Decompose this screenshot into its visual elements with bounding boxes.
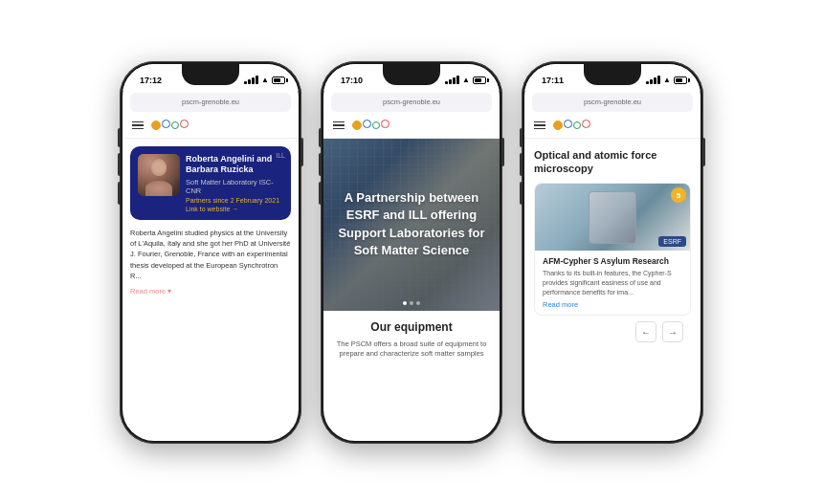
phone-1-vol-up-btn [118, 153, 121, 176]
phone-1-nav [122, 114, 299, 139]
phone-1-notch [182, 64, 239, 85]
profile-link[interactable]: Link to website → [186, 206, 283, 212]
chevron-down-icon: ▾ [167, 287, 171, 296]
hero-section: A Partnership between ESRF and ILL offer… [323, 139, 500, 311]
wifi-icon: ▲ [261, 76, 269, 84]
dot-1[interactable] [403, 301, 407, 305]
hamburger-menu-icon[interactable] [333, 121, 345, 130]
signal-icon [244, 76, 258, 84]
equipment-description: The PSCM offers a broad suite of equipme… [333, 340, 490, 360]
pscm-logo [352, 121, 389, 130]
read-more-link[interactable]: Read more [543, 300, 682, 309]
phone-1-content: Roberta Angelini and Barbara Ruzicka Sof… [122, 139, 299, 441]
phone-1-power-btn [300, 138, 303, 166]
carousel-dots [403, 301, 420, 305]
phone-2-content: A Partnership between ESRF and ILL offer… [323, 139, 500, 441]
hero-text: A Partnership between ESRF and ILL offer… [335, 189, 488, 259]
phone-1-silent-btn [118, 128, 121, 147]
equipment-thumbnail [589, 191, 636, 244]
phone-2-silent-btn [319, 128, 322, 147]
bio-text: Roberta Angelini studied physics at the … [130, 228, 291, 281]
phone-3-status-icons: ▲ [646, 76, 687, 84]
ill-badge: ILL [276, 152, 285, 159]
phone-3-time: 17:11 [542, 76, 564, 85]
battery-icon [473, 77, 486, 84]
pscm-logo [151, 121, 189, 130]
hamburger-menu-icon[interactable] [132, 121, 144, 130]
phone-3-power-btn [702, 138, 705, 166]
profile-card: Roberta Angelini and Barbara Ruzicka Sof… [130, 146, 291, 220]
phone-1-status-icons: ▲ [244, 76, 285, 84]
phone-2-vol-up-btn [319, 153, 322, 176]
equipment-card: 5 ESRF AFM-Cypher S Asylum Research Than… [534, 183, 691, 316]
dot-2[interactable] [410, 301, 413, 305]
phone-3-nav [524, 114, 701, 139]
phone-2-notch [383, 64, 440, 85]
equipment-section: Our equipment The PSCM offers a broad su… [323, 311, 500, 365]
phone-3-content: Optical and atomic force microscopy 5 ES… [524, 139, 701, 441]
esrf-badge: ESRF [658, 236, 686, 247]
phone-2-vol-down-btn [319, 182, 322, 205]
profile-info: Roberta Angelini and Barbara Ruzicka Sof… [186, 154, 283, 212]
phone-1: 17:12 ▲ pscm-grenoble.eu [120, 61, 301, 444]
phone-3-silent-btn [520, 128, 523, 147]
battery-icon [674, 77, 687, 84]
equipment-title: Our equipment [333, 320, 490, 334]
phone-3-vol-up-btn [520, 153, 523, 176]
prev-arrow-button[interactable]: ← [635, 321, 656, 342]
phone-2-status-icons: ▲ [445, 76, 486, 84]
phone-3-vol-down-btn [520, 182, 523, 205]
dot-3[interactable] [416, 301, 420, 305]
phone-3: 17:11 ▲ pscm-grenoble.eu [522, 61, 703, 444]
read-more-button[interactable]: Read more ▾ [130, 287, 291, 296]
equipment-description: Thanks to its built-in features, the Cyp… [543, 269, 682, 296]
phone-2-url: pscm-grenoble.eu [383, 98, 440, 106]
navigation-arrows: ← → [534, 321, 691, 346]
phone-1-url-bar[interactable]: pscm-grenoble.eu [130, 93, 291, 112]
phone-3-url: pscm-grenoble.eu [584, 98, 641, 106]
profile-avatar [138, 154, 180, 196]
battery-icon [272, 77, 285, 84]
wifi-icon: ▲ [663, 76, 671, 84]
equipment-name: AFM-Cypher S Asylum Research [543, 256, 682, 266]
phone-3-notch [584, 64, 641, 85]
phone-2-nav [323, 114, 500, 139]
profile-partners: Partners since 2 February 2021 [186, 197, 283, 204]
phone-1-vol-down-btn [118, 182, 121, 205]
equipment-image: 5 ESRF [535, 184, 690, 251]
hamburger-menu-icon[interactable] [534, 121, 545, 130]
profile-name: Roberta Angelini and Barbara Ruzicka [186, 154, 283, 176]
profile-lab: Soft Matter Laboratory ISC-CNR [186, 178, 283, 195]
phone-1-time: 17:12 [140, 76, 162, 85]
phone-2-power-btn [501, 138, 504, 166]
signal-icon [646, 76, 660, 84]
phone-2-url-bar[interactable]: pscm-grenoble.eu [331, 93, 492, 112]
phone-2: 17:10 ▲ pscm-grenoble.eu [321, 61, 502, 444]
next-arrow-button[interactable]: → [662, 321, 683, 342]
phone-1-url: pscm-grenoble.eu [182, 98, 239, 106]
pscm-logo [553, 121, 590, 130]
equipment-info: AFM-Cypher S Asylum Research Thanks to i… [535, 251, 690, 315]
scene: 17:12 ▲ pscm-grenoble.eu [0, 0, 823, 504]
signal-icon [445, 76, 459, 84]
wifi-icon: ▲ [462, 76, 470, 84]
count-badge: 5 [671, 187, 686, 203]
page-title: Optical and atomic force microscopy [534, 148, 691, 176]
phone-2-time: 17:10 [341, 76, 363, 85]
phone-3-url-bar[interactable]: pscm-grenoble.eu [532, 93, 693, 112]
